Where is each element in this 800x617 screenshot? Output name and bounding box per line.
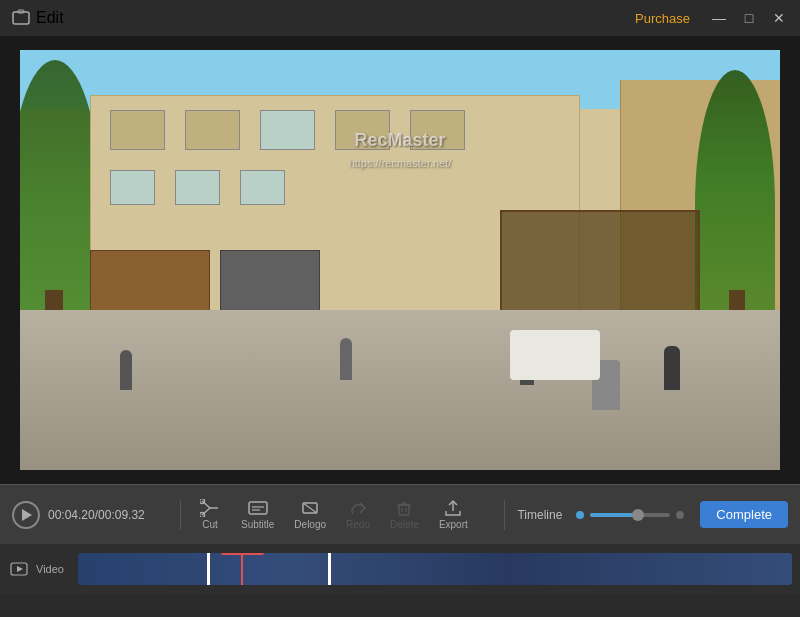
purchase-link[interactable]: Purchase: [635, 11, 690, 26]
svg-line-11: [303, 503, 317, 513]
title-bar: Edit Purchase — □ ✕: [0, 0, 800, 36]
cut-tool[interactable]: Cut: [193, 495, 227, 534]
play-icon: [22, 509, 32, 521]
timeline-slider[interactable]: [590, 513, 670, 517]
car: [510, 330, 600, 380]
minimize-button[interactable]: —: [710, 9, 728, 27]
svg-rect-7: [249, 502, 267, 514]
cut-label: Cut: [202, 519, 218, 530]
timeline-thumb[interactable]: [632, 509, 644, 521]
timeline-row: Video 00:04.20: [0, 544, 800, 594]
delete-tool[interactable]: Delete: [384, 495, 425, 534]
separator-1: [180, 500, 181, 530]
maximize-button[interactable]: □: [740, 9, 758, 27]
person-1: [120, 350, 132, 390]
svg-marker-18: [17, 566, 23, 572]
video-track-label: Video: [36, 563, 72, 575]
separator-2: [504, 500, 505, 530]
window-3: [260, 110, 315, 150]
svg-rect-12: [399, 505, 409, 515]
subtitle-tool[interactable]: Subtitle: [235, 495, 280, 534]
delogo-icon: [299, 499, 321, 517]
watermark: RecMaster https://recmaster.net/: [349, 130, 452, 172]
person-2: [340, 338, 352, 380]
delete-icon: [393, 499, 415, 517]
window-controls: — □ ✕: [710, 9, 788, 27]
street: [20, 310, 780, 470]
cut-icon: [199, 499, 221, 517]
video-track[interactable]: 00:04.20: [78, 553, 792, 585]
time-cursor[interactable]: 00:04.20: [221, 553, 264, 585]
timeline-dot-left: [576, 511, 584, 519]
redo-label: Redo: [346, 519, 370, 530]
svg-line-2: [202, 501, 210, 508]
app-icon: [12, 9, 30, 27]
svg-rect-0: [13, 12, 29, 24]
timeline-label: Timeline: [517, 508, 562, 522]
window-8: [240, 170, 285, 205]
timeline-dot-right: [676, 511, 684, 519]
delete-label: Delete: [390, 519, 419, 530]
timecode-display: 00:04.20/00:09.32: [48, 508, 168, 522]
redo-icon: [347, 499, 369, 517]
window-7: [175, 170, 220, 205]
cursor-line: [241, 555, 243, 585]
export-icon: [442, 499, 464, 517]
close-button[interactable]: ✕: [770, 9, 788, 27]
timeline-fill: [590, 513, 638, 517]
redo-tool[interactable]: Redo: [340, 495, 376, 534]
delogo-tool[interactable]: Delogo: [288, 495, 332, 534]
window-1: [110, 110, 165, 150]
window-6: [110, 170, 155, 205]
video-frame: RecMaster https://recmaster.net/: [20, 50, 780, 470]
delogo-label: Delogo: [294, 519, 326, 530]
window-2: [185, 110, 240, 150]
subtitle-icon: [247, 499, 269, 517]
trim-handle-left[interactable]: [207, 553, 210, 585]
play-button[interactable]: [12, 501, 40, 529]
video-track-icon: [8, 558, 30, 580]
export-tool[interactable]: Export: [433, 495, 474, 534]
subtitle-label: Subtitle: [241, 519, 274, 530]
complete-button[interactable]: Complete: [700, 501, 788, 528]
person-4: [664, 346, 680, 390]
toolbar: 00:04.20/00:09.32 Cut Subtitle: [0, 484, 800, 544]
export-label: Export: [439, 519, 468, 530]
trim-handle-right[interactable]: [328, 553, 331, 585]
window-title: Edit: [36, 9, 64, 27]
video-preview: RecMaster https://recmaster.net/: [0, 36, 800, 484]
svg-line-3: [202, 508, 210, 515]
timeline-control: [576, 511, 684, 519]
